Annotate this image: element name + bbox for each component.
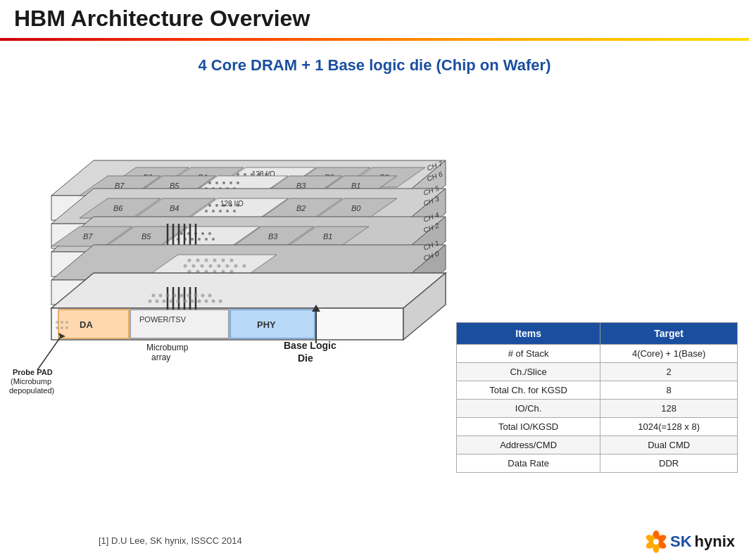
- svg-point-159: [191, 300, 194, 303]
- svg-text:DA: DA: [80, 319, 93, 330]
- svg-text:B7: B7: [83, 232, 93, 241]
- svg-point-118: [184, 265, 187, 268]
- table-cell-6-1: DDR: [600, 454, 738, 473]
- svg-point-66: [233, 210, 236, 212]
- svg-text:depopulated): depopulated): [9, 386, 54, 395]
- architecture-diagram: Core Die 3 B6 B4 128 I/O B2 B0 B7 B5: [6, 83, 463, 449]
- svg-point-98: [208, 232, 211, 235]
- table-cell-2-1: 8: [600, 381, 738, 400]
- svg-point-63: [212, 210, 215, 212]
- svg-point-160: [198, 300, 201, 303]
- svg-text:array: array: [151, 352, 170, 362]
- svg-point-92: [205, 238, 208, 241]
- svg-text:Probe PAD: Probe PAD: [13, 368, 53, 376]
- svg-point-120: [201, 265, 204, 268]
- svg-text:Base Logic: Base Logic: [284, 340, 336, 351]
- svg-text:B4: B4: [170, 204, 179, 212]
- svg-point-64: [219, 210, 222, 212]
- table-header-items: Items: [457, 323, 600, 345]
- svg-point-170: [194, 294, 198, 298]
- table-cell-0-0: # of Stack: [457, 345, 600, 363]
- subtitle: 4 Core DRAM + 1 Base logic die (Chip on …: [0, 56, 749, 75]
- svg-point-182: [56, 326, 58, 329]
- svg-text:B6: B6: [113, 204, 123, 212]
- svg-point-166: [166, 294, 170, 298]
- svg-line-185: [37, 335, 62, 370]
- svg-point-153: [149, 300, 152, 303]
- svg-point-196: [653, 539, 659, 545]
- table-cell-1-0: Ch./Slice: [457, 363, 600, 381]
- table-cell-0-1: 4(Core) + 1(Base): [600, 345, 738, 363]
- svg-point-67: [208, 204, 211, 207]
- table-cell-1-1: 2: [600, 363, 738, 381]
- hynix-text: hynix: [695, 533, 735, 551]
- svg-point-123: [226, 265, 229, 268]
- svg-point-62: [205, 210, 208, 212]
- svg-point-161: [205, 300, 208, 303]
- svg-point-162: [212, 300, 215, 303]
- table-row: Total Ch. for KGSD8: [457, 381, 738, 400]
- svg-point-93: [212, 238, 215, 241]
- svg-text:(Microbump: (Microbump: [11, 377, 51, 386]
- svg-point-124: [234, 265, 238, 268]
- table-cell-4-1: 1024(=128 x 8): [600, 418, 738, 436]
- table-cell-6-0: Data Rate: [457, 454, 600, 473]
- svg-text:B5: B5: [141, 232, 151, 241]
- svg-point-68: [215, 204, 218, 207]
- svg-point-183: [61, 326, 63, 329]
- sk-text: SK: [670, 533, 692, 551]
- svg-point-121: [209, 265, 213, 268]
- footer-citation: [1] D.U Lee, SK hynix, ISSCC 2014: [99, 535, 242, 546]
- svg-point-44: [237, 182, 239, 184]
- svg-point-40: [208, 182, 211, 184]
- svg-point-154: [156, 300, 159, 303]
- svg-marker-138: [51, 273, 446, 308]
- table-cell-3-1: 128: [600, 400, 738, 418]
- table-cell-3-0: IO/Ch.: [457, 400, 600, 418]
- table-row: # of Stack4(Core) + 1(Base): [457, 345, 738, 363]
- svg-point-156: [170, 300, 173, 303]
- table-header-target: Target: [600, 323, 738, 345]
- table-row: Data RateDDR: [457, 454, 738, 473]
- svg-point-163: [219, 300, 222, 303]
- svg-point-43: [229, 182, 232, 184]
- svg-text:Microbump: Microbump: [146, 343, 189, 352]
- svg-point-91: [198, 238, 201, 241]
- svg-point-171: [201, 294, 205, 298]
- svg-point-90: [191, 238, 194, 241]
- table-row: Address/CMDDual CMD: [457, 436, 738, 454]
- svg-point-125: [243, 265, 246, 268]
- table-cell-5-0: Address/CMD: [457, 436, 600, 454]
- svg-point-97: [201, 232, 204, 235]
- svg-text:POWER/TSV: POWER/TSV: [139, 315, 187, 324]
- svg-point-168: [180, 294, 184, 298]
- svg-point-172: [208, 294, 212, 298]
- svg-text:Die: Die: [298, 352, 313, 364]
- svg-point-94: [180, 232, 183, 235]
- svg-point-129: [213, 259, 217, 262]
- svg-text:PHY: PHY: [257, 319, 276, 330]
- table-cell-4-0: Total IO/KGSD: [457, 418, 600, 436]
- svg-point-65: [226, 210, 229, 212]
- svg-point-131: [230, 259, 234, 262]
- svg-point-169: [187, 294, 191, 298]
- svg-point-122: [218, 265, 221, 268]
- svg-text:B0: B0: [351, 204, 361, 212]
- svg-rect-141: [58, 310, 129, 338]
- sk-hynix-logo: SK hynix: [645, 530, 735, 553]
- svg-point-164: [152, 294, 156, 298]
- svg-point-157: [177, 300, 180, 303]
- svg-point-128: [205, 259, 208, 262]
- svg-point-130: [222, 259, 225, 262]
- svg-point-14: [237, 173, 239, 176]
- svg-point-155: [163, 300, 166, 303]
- svg-text:B2: B2: [296, 204, 306, 212]
- svg-point-167: [173, 294, 177, 298]
- svg-rect-143: [130, 310, 229, 338]
- svg-point-41: [215, 182, 218, 184]
- table-row: Total IO/KGSD1024(=128 x 8): [457, 418, 738, 436]
- svg-point-158: [184, 300, 187, 303]
- svg-point-179: [56, 321, 58, 324]
- table-cell-5-1: Dual CMD: [600, 436, 738, 454]
- page-title: HBM Architecture Overview: [14, 6, 310, 32]
